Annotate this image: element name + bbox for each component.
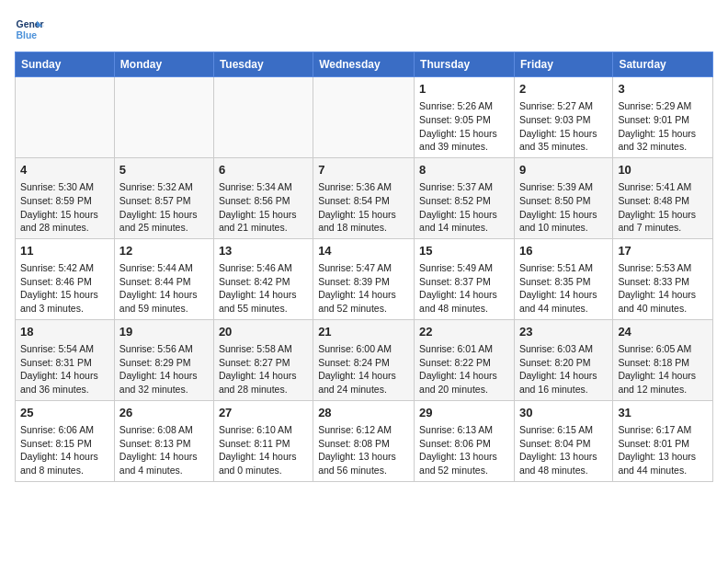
day-header-thursday: Thursday (415, 52, 515, 77)
day-number: 28 (318, 405, 409, 421)
calendar-week-row: 4Sunrise: 5:30 AM Sunset: 8:59 PM Daylig… (16, 157, 713, 238)
day-number: 9 (519, 162, 608, 178)
day-number: 21 (318, 324, 409, 340)
day-info: Sunrise: 6:03 AM Sunset: 8:20 PM Dayligh… (519, 342, 608, 396)
day-info: Sunrise: 6:01 AM Sunset: 8:22 PM Dayligh… (419, 342, 509, 396)
day-number: 13 (219, 243, 308, 259)
day-info: Sunrise: 5:41 AM Sunset: 8:48 PM Dayligh… (618, 180, 708, 235)
calendar-cell: 7Sunrise: 5:36 AM Sunset: 8:54 PM Daylig… (313, 157, 415, 238)
day-number: 24 (618, 324, 708, 340)
calendar-cell: 11Sunrise: 5:42 AM Sunset: 8:46 PM Dayli… (16, 238, 115, 319)
calendar-cell: 10Sunrise: 5:41 AM Sunset: 8:48 PM Dayli… (613, 157, 713, 238)
day-number: 29 (419, 405, 509, 421)
day-number: 30 (519, 405, 608, 421)
day-info: Sunrise: 5:44 AM Sunset: 8:44 PM Dayligh… (119, 261, 209, 316)
logo-icon: General Blue (15, 15, 44, 44)
day-number: 18 (20, 324, 109, 340)
calendar-cell: 2Sunrise: 5:27 AM Sunset: 9:03 PM Daylig… (514, 77, 612, 158)
calendar-cell: 5Sunrise: 5:32 AM Sunset: 8:57 PM Daylig… (114, 157, 213, 238)
calendar-week-row: 11Sunrise: 5:42 AM Sunset: 8:46 PM Dayli… (16, 238, 713, 319)
calendar-cell: 18Sunrise: 5:54 AM Sunset: 8:31 PM Dayli… (16, 319, 115, 400)
day-info: Sunrise: 5:42 AM Sunset: 8:46 PM Dayligh… (20, 261, 109, 316)
day-info: Sunrise: 5:29 AM Sunset: 9:01 PM Dayligh… (618, 99, 708, 154)
day-info: Sunrise: 6:15 AM Sunset: 8:04 PM Dayligh… (519, 423, 608, 477)
calendar-cell (213, 77, 313, 158)
day-header-sunday: Sunday (16, 52, 115, 77)
day-info: Sunrise: 5:53 AM Sunset: 8:33 PM Dayligh… (618, 261, 708, 316)
day-number: 31 (618, 405, 708, 421)
day-number: 4 (20, 162, 109, 178)
calendar-cell: 13Sunrise: 5:46 AM Sunset: 8:42 PM Dayli… (213, 238, 313, 319)
day-info: Sunrise: 6:10 AM Sunset: 8:11 PM Dayligh… (219, 423, 308, 477)
day-info: Sunrise: 6:12 AM Sunset: 8:08 PM Dayligh… (318, 423, 409, 477)
day-number: 27 (219, 405, 308, 421)
calendar-week-row: 25Sunrise: 6:06 AM Sunset: 8:15 PM Dayli… (16, 400, 713, 481)
calendar-cell: 17Sunrise: 5:53 AM Sunset: 8:33 PM Dayli… (613, 238, 713, 319)
day-number: 25 (20, 405, 109, 421)
page-header: General Blue (15, 15, 713, 44)
day-info: Sunrise: 5:37 AM Sunset: 8:52 PM Dayligh… (419, 180, 509, 235)
day-header-saturday: Saturday (613, 52, 713, 77)
day-info: Sunrise: 5:26 AM Sunset: 9:05 PM Dayligh… (419, 99, 509, 154)
day-info: Sunrise: 5:27 AM Sunset: 9:03 PM Dayligh… (519, 99, 608, 154)
day-info: Sunrise: 5:34 AM Sunset: 8:56 PM Dayligh… (219, 180, 308, 235)
day-header-monday: Monday (114, 52, 213, 77)
calendar-cell: 14Sunrise: 5:47 AM Sunset: 8:39 PM Dayli… (313, 238, 415, 319)
calendar-cell: 23Sunrise: 6:03 AM Sunset: 8:20 PM Dayli… (514, 319, 612, 400)
calendar-header-row: SundayMondayTuesdayWednesdayThursdayFrid… (16, 52, 713, 77)
calendar-cell: 21Sunrise: 6:00 AM Sunset: 8:24 PM Dayli… (313, 319, 415, 400)
day-info: Sunrise: 5:58 AM Sunset: 8:27 PM Dayligh… (219, 342, 308, 396)
day-info: Sunrise: 6:00 AM Sunset: 8:24 PM Dayligh… (318, 342, 409, 396)
day-info: Sunrise: 5:51 AM Sunset: 8:35 PM Dayligh… (519, 261, 608, 316)
day-number: 5 (119, 162, 209, 178)
day-number: 15 (419, 243, 509, 259)
calendar-cell: 15Sunrise: 5:49 AM Sunset: 8:37 PM Dayli… (415, 238, 515, 319)
calendar-cell: 4Sunrise: 5:30 AM Sunset: 8:59 PM Daylig… (16, 157, 115, 238)
calendar-cell: 26Sunrise: 6:08 AM Sunset: 8:13 PM Dayli… (114, 400, 213, 481)
day-info: Sunrise: 6:17 AM Sunset: 8:01 PM Dayligh… (618, 423, 708, 477)
calendar-week-row: 18Sunrise: 5:54 AM Sunset: 8:31 PM Dayli… (16, 319, 713, 400)
calendar-cell: 12Sunrise: 5:44 AM Sunset: 8:44 PM Dayli… (114, 238, 213, 319)
calendar-cell: 19Sunrise: 5:56 AM Sunset: 8:29 PM Dayli… (114, 319, 213, 400)
day-number: 1 (419, 81, 509, 98)
day-info: Sunrise: 5:54 AM Sunset: 8:31 PM Dayligh… (20, 342, 109, 396)
calendar-week-row: 1Sunrise: 5:26 AM Sunset: 9:05 PM Daylig… (16, 77, 713, 158)
calendar-table: SundayMondayTuesdayWednesdayThursdayFrid… (15, 52, 713, 482)
day-header-wednesday: Wednesday (313, 52, 415, 77)
day-number: 11 (20, 243, 109, 259)
calendar-cell: 16Sunrise: 5:51 AM Sunset: 8:35 PM Dayli… (514, 238, 612, 319)
day-number: 16 (519, 243, 608, 259)
day-number: 17 (618, 243, 708, 259)
calendar-cell: 1Sunrise: 5:26 AM Sunset: 9:05 PM Daylig… (415, 77, 515, 158)
day-number: 20 (219, 324, 308, 340)
day-info: Sunrise: 5:30 AM Sunset: 8:59 PM Dayligh… (20, 180, 109, 235)
calendar-cell: 27Sunrise: 6:10 AM Sunset: 8:11 PM Dayli… (213, 400, 313, 481)
calendar-cell: 8Sunrise: 5:37 AM Sunset: 8:52 PM Daylig… (415, 157, 515, 238)
calendar-cell (16, 77, 115, 158)
day-number: 26 (119, 405, 209, 421)
calendar-cell: 3Sunrise: 5:29 AM Sunset: 9:01 PM Daylig… (613, 77, 713, 158)
day-header-tuesday: Tuesday (213, 52, 313, 77)
day-number: 2 (519, 81, 608, 98)
calendar-cell: 6Sunrise: 5:34 AM Sunset: 8:56 PM Daylig… (213, 157, 313, 238)
calendar-cell: 22Sunrise: 6:01 AM Sunset: 8:22 PM Dayli… (415, 319, 515, 400)
calendar-cell: 30Sunrise: 6:15 AM Sunset: 8:04 PM Dayli… (514, 400, 612, 481)
day-number: 12 (119, 243, 209, 259)
day-info: Sunrise: 6:06 AM Sunset: 8:15 PM Dayligh… (20, 423, 109, 477)
day-number: 3 (618, 81, 708, 98)
day-info: Sunrise: 5:46 AM Sunset: 8:42 PM Dayligh… (219, 261, 308, 316)
day-info: Sunrise: 6:08 AM Sunset: 8:13 PM Dayligh… (119, 423, 209, 477)
calendar-cell (114, 77, 213, 158)
day-number: 7 (318, 162, 409, 178)
day-info: Sunrise: 5:47 AM Sunset: 8:39 PM Dayligh… (318, 261, 409, 316)
calendar-cell: 31Sunrise: 6:17 AM Sunset: 8:01 PM Dayli… (613, 400, 713, 481)
day-info: Sunrise: 5:49 AM Sunset: 8:37 PM Dayligh… (419, 261, 509, 316)
calendar-cell: 28Sunrise: 6:12 AM Sunset: 8:08 PM Dayli… (313, 400, 415, 481)
day-info: Sunrise: 5:36 AM Sunset: 8:54 PM Dayligh… (318, 180, 409, 235)
day-number: 23 (519, 324, 608, 340)
day-number: 14 (318, 243, 409, 259)
day-header-friday: Friday (514, 52, 612, 77)
day-info: Sunrise: 6:13 AM Sunset: 8:06 PM Dayligh… (419, 423, 509, 477)
calendar-cell (313, 77, 415, 158)
calendar-cell: 20Sunrise: 5:58 AM Sunset: 8:27 PM Dayli… (213, 319, 313, 400)
